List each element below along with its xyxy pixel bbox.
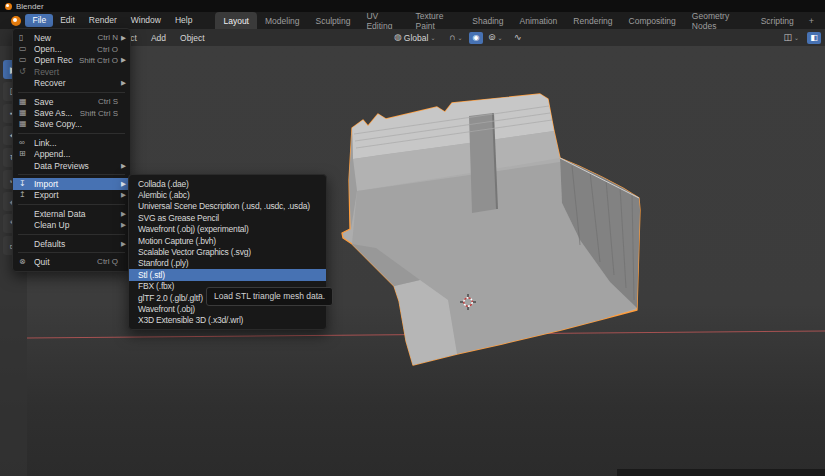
orientation-globe-icon: ◍ xyxy=(394,33,402,42)
submenu-arrow-icon: ▶ xyxy=(118,210,126,218)
tab-compositing[interactable]: Compositing xyxy=(621,12,684,29)
folder-icon: ▭ xyxy=(19,45,34,53)
menu-item-export[interactable]: ↥ Export ▶ xyxy=(13,190,130,201)
tab-layout[interactable]: Layout xyxy=(215,12,257,29)
folder-icon: ▭ xyxy=(19,56,34,64)
snapping-dropdown[interactable]: ∩ ⌄ xyxy=(449,29,463,46)
tab-modeling[interactable]: Modeling xyxy=(257,12,308,29)
workspace-tabs: Layout Modeling Sculpting UV Editing Tex… xyxy=(215,12,821,29)
submenu-arrow-icon: ▶ xyxy=(118,56,126,64)
import-item-stl[interactable]: Stl (.stl) xyxy=(129,269,326,280)
menu-item-external-data[interactable]: External Data ▶ xyxy=(13,208,130,219)
menu-item-open[interactable]: ▭ Open... Ctrl O xyxy=(13,43,130,54)
menu-item-revert[interactable]: ↺ Revert xyxy=(13,66,130,77)
menu-item-label: Revert xyxy=(34,67,112,77)
menu-item-label: Data Previews xyxy=(34,161,112,171)
menu-item-label: Open Recent xyxy=(34,55,73,65)
import-item-svg[interactable]: Scalable Vector Graphics (.svg) xyxy=(129,246,326,257)
tab-sculpting[interactable]: Sculpting xyxy=(307,12,358,29)
magnet-icon: ∩ xyxy=(449,33,455,42)
menu-item-defaults[interactable]: Defaults ▶ xyxy=(13,238,130,249)
submenu-arrow-icon: ▶ xyxy=(118,34,126,42)
menubar-render[interactable]: Render xyxy=(82,14,124,27)
submenu-arrow-icon: ▶ xyxy=(118,240,126,248)
submenu-arrow-icon: ▶ xyxy=(118,162,126,170)
link-icon: ∞ xyxy=(19,139,34,147)
menubar-edit[interactable]: Edit xyxy=(53,14,82,27)
tab-uv-editing[interactable]: UV Editing xyxy=(358,12,407,29)
append-icon: ⊞ xyxy=(19,150,34,158)
chevron-down-icon: ⌄ xyxy=(457,34,462,41)
view-options-dropdown[interactable]: ◫ ⌄ xyxy=(783,29,799,46)
import-item-usd[interactable]: Universal Scene Description (.usd, .usdc… xyxy=(129,201,326,212)
pivot-point-dropdown[interactable]: ⊚ ⌄ xyxy=(488,29,503,46)
tab-geometry-nodes[interactable]: Geometry Nodes xyxy=(684,12,753,29)
menu-item-label: Save xyxy=(34,97,92,107)
submenu-arrow-icon: ▶ xyxy=(118,221,126,229)
menubar-file[interactable]: File xyxy=(25,14,53,27)
transform-orientation-dropdown[interactable]: ◍ Global ⌄ xyxy=(394,29,435,46)
chevron-down-icon: ⌄ xyxy=(430,34,435,41)
revert-icon: ↺ xyxy=(19,68,34,76)
import-item-x3d[interactable]: X3D Extensible 3D (.x3d/.wrl) xyxy=(129,315,326,326)
tab-rendering[interactable]: Rendering xyxy=(565,12,620,29)
export-icon: ↥ xyxy=(19,191,34,199)
menu-separator xyxy=(18,133,125,134)
orientation-label: Global xyxy=(404,33,429,43)
pivot-point-icon: ⊚ xyxy=(488,33,496,42)
menu-item-label: Link... xyxy=(34,138,112,148)
model-mesh[interactable] xyxy=(342,94,640,365)
menu-item-open-recent[interactable]: ▭ Open Recent Shift Ctrl O ▶ xyxy=(13,55,130,66)
menu-separator xyxy=(18,92,125,93)
menu-item-label: Save Copy... xyxy=(34,119,112,129)
menu-item-shortcut: Ctrl O xyxy=(97,45,118,54)
window-title: Blender xyxy=(16,2,44,11)
menubar-window[interactable]: Window xyxy=(124,14,168,27)
menu-item-shortcut: Shift Ctrl O xyxy=(79,56,118,65)
save-icon: ▦ xyxy=(19,120,34,128)
import-item-svg-grease-pencil[interactable]: SVG as Grease Pencil xyxy=(129,212,326,223)
menu-item-link[interactable]: ∞ Link... xyxy=(13,137,130,148)
menu-item-append[interactable]: ⊞ Append... xyxy=(13,149,130,160)
blender-window: Blender File Edit Render Window Help Lay… xyxy=(0,0,825,476)
import-icon: ↧ xyxy=(19,180,34,188)
menu-item-shortcut: Ctrl N xyxy=(98,33,118,42)
visibility-icon: ◫ xyxy=(783,33,792,42)
tab-scripting[interactable]: Scripting xyxy=(753,12,802,29)
import-submenu: Collada (.dae) Alembic (.abc) Universal … xyxy=(128,174,327,330)
tab-shading[interactable]: Shading xyxy=(464,12,511,29)
chevron-down-icon: ⌄ xyxy=(794,34,799,41)
menu-item-label: Import xyxy=(34,179,112,189)
menu-item-quit[interactable]: ⊗ Quit Ctrl Q xyxy=(13,256,130,267)
menu-item-data-previews[interactable]: Data Previews ▶ xyxy=(13,160,130,171)
falloff-button[interactable]: ∿ xyxy=(514,29,522,46)
menu-item-import[interactable]: ↧ Import ▶ xyxy=(13,178,130,189)
blender-logo-icon[interactable] xyxy=(10,16,21,26)
menu-item-new[interactable]: ▯ New Ctrl N ▶ xyxy=(13,32,130,43)
viewport-menu-object[interactable]: Object xyxy=(173,33,212,43)
menu-item-save[interactable]: ▦ Save Ctrl S xyxy=(13,96,130,107)
viewport-menu-add[interactable]: Add xyxy=(144,33,173,43)
top-menubar: File Edit Render Window Help Layout Mode… xyxy=(0,12,825,29)
viewport-shading-toggle[interactable]: ◧ xyxy=(807,29,821,46)
menu-item-save-as[interactable]: ▦ Save As... Shift Ctrl S xyxy=(13,107,130,118)
status-bar xyxy=(617,469,825,476)
import-item-bvh[interactable]: Motion Capture (.bvh) xyxy=(129,235,326,246)
import-item-ply[interactable]: Stanford (.ply) xyxy=(129,258,326,269)
menu-item-shortcut: Ctrl Q xyxy=(97,257,118,266)
import-item-alembic[interactable]: Alembic (.abc) xyxy=(129,189,326,200)
proportional-editing-toggle[interactable]: ◉ xyxy=(469,29,483,46)
import-item-obj-experimental[interactable]: Wavefront (.obj) (experimental) xyxy=(129,224,326,235)
menu-item-label: Quit xyxy=(34,257,91,267)
tab-texture-paint[interactable]: Texture Paint xyxy=(408,12,465,29)
tab-animation[interactable]: Animation xyxy=(512,12,566,29)
menubar-help[interactable]: Help xyxy=(168,14,199,27)
new-file-icon: ▯ xyxy=(19,34,34,42)
menu-item-recover[interactable]: Recover ▶ xyxy=(13,78,130,89)
menu-separator xyxy=(18,204,125,205)
menu-item-shortcut: Shift Ctrl S xyxy=(80,109,118,118)
menu-item-clean-up[interactable]: Clean Up ▶ xyxy=(13,219,130,230)
import-item-collada[interactable]: Collada (.dae) xyxy=(129,178,326,189)
menu-item-save-copy[interactable]: ▦ Save Copy... xyxy=(13,119,130,130)
add-workspace-button[interactable]: + xyxy=(802,12,821,29)
